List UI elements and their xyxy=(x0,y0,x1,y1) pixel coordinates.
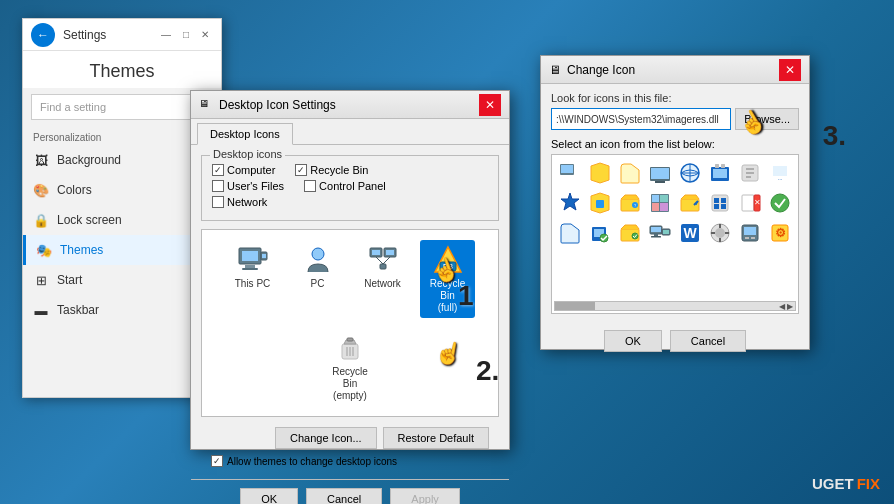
desktop-icon-dialog-close[interactable]: ✕ xyxy=(479,94,501,116)
change-icon-dialog: 🖥 Change Icon ✕ Look for icons in this f… xyxy=(540,55,810,350)
sidebar-item-colors-label: Colors xyxy=(57,183,92,197)
svg-line-13 xyxy=(383,257,390,264)
ci-icon-24[interactable]: ⚙ xyxy=(766,219,794,247)
svg-point-70 xyxy=(632,233,638,239)
settings-back-button[interactable]: ← xyxy=(31,23,55,47)
window-controls: — □ ✕ xyxy=(157,27,213,42)
ci-icon-23[interactable] xyxy=(736,219,764,247)
svg-rect-47 xyxy=(652,195,660,203)
change-icon-ok-button[interactable]: OK xyxy=(604,330,662,352)
svg-rect-87 xyxy=(745,237,749,239)
icon-grid-scrollbar[interactable]: ◀ ▶ xyxy=(554,301,796,311)
svg-text:⚙: ⚙ xyxy=(775,226,786,240)
this-pc-label: This PC xyxy=(235,278,271,290)
svg-rect-72 xyxy=(651,227,661,232)
settings-main-title: Themes xyxy=(23,51,221,88)
checkbox-computer[interactable]: Computer xyxy=(212,164,275,176)
computer-label: Computer xyxy=(227,164,275,176)
search-placeholder: Find a setting xyxy=(40,101,106,113)
icon-pc[interactable]: PC xyxy=(290,240,345,318)
ci-icon-14[interactable] xyxy=(706,189,734,217)
background-icon: 🖼 xyxy=(33,152,49,168)
cancel-button[interactable]: Cancel xyxy=(306,488,382,504)
control-panel-label: Control Panel xyxy=(319,180,386,192)
network-checkbox[interactable] xyxy=(212,196,224,208)
restore-default-button[interactable]: Restore Default xyxy=(383,427,489,449)
network-label: Network xyxy=(227,196,267,208)
this-pc-icon xyxy=(237,244,269,276)
ci-icon-16[interactable] xyxy=(766,189,794,217)
icon-recycle-bin-empty[interactable]: Recycle Bin(empty) xyxy=(323,328,378,406)
change-icon-footer: OK Cancel xyxy=(541,322,809,360)
ci-icon-1[interactable] xyxy=(556,159,584,187)
checkbox-users-files[interactable]: User's Files xyxy=(212,180,284,192)
brand-label: UGET FIX xyxy=(812,475,880,492)
svg-point-6 xyxy=(312,248,324,260)
computer-checkbox[interactable] xyxy=(212,164,224,176)
ci-icon-10[interactable] xyxy=(586,189,614,217)
ci-icon-13[interactable] xyxy=(676,189,704,217)
ci-icon-15[interactable]: ✕ xyxy=(736,189,764,217)
maximize-button[interactable]: □ xyxy=(179,27,193,42)
tab-desktop-icons[interactable]: Desktop Icons xyxy=(197,123,293,145)
brand-uget-text: UGET xyxy=(812,475,854,492)
icon-row-1: ... xyxy=(556,159,794,187)
ci-icon-4[interactable] xyxy=(646,159,674,187)
ci-icon-20[interactable] xyxy=(646,219,674,247)
users-files-label: User's Files xyxy=(227,180,284,192)
change-icon-cancel-button[interactable]: Cancel xyxy=(670,330,746,352)
apply-button[interactable]: Apply xyxy=(390,488,460,504)
change-icon-close-button[interactable]: ✕ xyxy=(779,59,801,81)
sidebar-item-taskbar-label: Taskbar xyxy=(57,303,99,317)
recycle-bin-checkbox[interactable] xyxy=(295,164,307,176)
ci-icon-5[interactable] xyxy=(676,159,704,187)
allow-themes-checkbox-row[interactable]: Allow themes to change desktop icons xyxy=(201,453,499,469)
close-button[interactable]: ✕ xyxy=(197,27,213,42)
svg-rect-60 xyxy=(714,204,719,209)
ci-icon-12[interactable] xyxy=(646,189,674,217)
svg-text:...: ... xyxy=(777,175,782,181)
svg-rect-49 xyxy=(660,195,668,203)
start-icon: ⊞ xyxy=(33,272,49,288)
svg-rect-62 xyxy=(742,195,754,211)
network-icon xyxy=(367,244,399,276)
checkbox-network[interactable]: Network xyxy=(212,196,267,208)
sidebar-item-start-label: Start xyxy=(57,273,82,287)
ci-icon-6[interactable] xyxy=(706,159,734,187)
users-files-checkbox[interactable] xyxy=(212,180,224,192)
checkbox-control-panel[interactable]: Control Panel xyxy=(304,180,386,192)
ok-button[interactable]: OK xyxy=(240,488,298,504)
control-panel-checkbox[interactable] xyxy=(304,180,316,192)
ci-icon-21[interactable]: W xyxy=(676,219,704,247)
icon-path-input[interactable] xyxy=(551,108,731,130)
pc-icon xyxy=(302,244,334,276)
ci-icon-18[interactable] xyxy=(586,219,614,247)
icon-this-pc[interactable]: This PC xyxy=(225,240,280,318)
ci-icon-7[interactable] xyxy=(736,159,764,187)
settings-search-box[interactable]: Find a setting xyxy=(31,94,213,120)
settings-titlebar: ← Settings — □ ✕ xyxy=(23,19,221,51)
allow-themes-checkbox[interactable] xyxy=(211,455,223,467)
checkbox-recycle-bin[interactable]: Recycle Bin xyxy=(295,164,368,176)
dialog-bottom-buttons: Change Icon... Restore Default xyxy=(201,423,499,453)
svg-rect-74 xyxy=(651,236,661,238)
minimize-button[interactable]: — xyxy=(157,27,175,42)
checkbox-row-1: Computer Recycle Bin xyxy=(212,164,488,176)
dialog-footer-buttons: OK Cancel Apply xyxy=(191,479,509,504)
svg-point-65 xyxy=(771,194,789,212)
ci-icon-3[interactable] xyxy=(616,159,644,187)
ci-icon-17[interactable] xyxy=(556,219,584,247)
icon-network[interactable]: Network xyxy=(355,240,410,318)
ci-icon-11[interactable]: ? xyxy=(616,189,644,217)
svg-rect-2 xyxy=(245,265,255,268)
ci-icon-2[interactable] xyxy=(586,159,614,187)
ci-icon-19[interactable] xyxy=(616,219,644,247)
ci-icon-22[interactable] xyxy=(706,219,734,247)
scrollbar-thumb[interactable] xyxy=(555,302,595,310)
svg-rect-73 xyxy=(654,234,658,236)
ci-icon-8[interactable]: ... xyxy=(766,159,794,187)
change-icon-button[interactable]: Change Icon... xyxy=(275,427,377,449)
ci-icon-9[interactable] xyxy=(556,189,584,217)
back-arrow-icon: ← xyxy=(37,28,49,42)
step2-label: 2. xyxy=(476,355,499,387)
